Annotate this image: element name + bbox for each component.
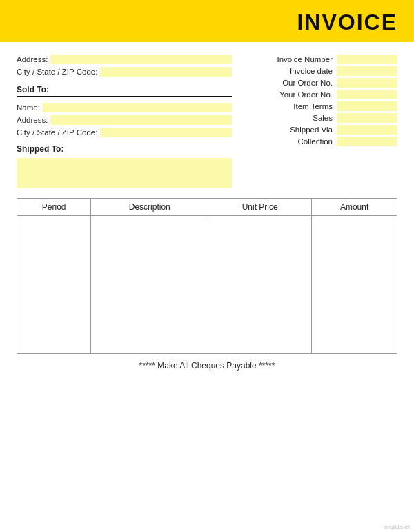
label-item-terms: Item Terms [293, 102, 333, 110]
city-input[interactable] [100, 67, 232, 77]
right-row-invoice-date: Invoice date [246, 66, 397, 76]
city-label: City / State / ZIP Code: [17, 68, 97, 76]
label-your-order: Your Order No. [279, 90, 333, 99]
shipped-to-label: Shipped To: [17, 144, 232, 154]
right-row-sales: Sales [246, 113, 397, 123]
input-collection[interactable] [337, 137, 397, 146]
col-header-amount: Amount [312, 199, 397, 216]
right-row-collection: Collection [246, 137, 397, 146]
label-collection: Collection [298, 137, 333, 146]
shipped-to-input[interactable] [17, 158, 232, 188]
invoice-title: INVOICE [297, 10, 397, 35]
input-invoice-date[interactable] [337, 66, 397, 76]
col-header-unit-price: Unit Price [208, 199, 312, 216]
label-invoice-number: Invoice Number [277, 55, 333, 63]
sold-city-row: City / State / ZIP Code: [17, 128, 232, 137]
right-row-our-order: Our Order No. [246, 78, 397, 88]
input-our-order[interactable] [337, 78, 397, 88]
sold-name-input[interactable] [43, 103, 232, 112]
right-fields: Invoice NumberInvoice dateOur Order No.Y… [246, 55, 397, 146]
sold-name-label: Name: [17, 104, 40, 112]
table-row [17, 216, 397, 354]
sold-address-row: Address: [17, 115, 232, 125]
label-shipped-via: Shipped Via [290, 126, 333, 134]
label-invoice-date: Invoice date [290, 67, 333, 75]
col-header-description: Description [91, 199, 208, 216]
shipped-to-section: Shipped To: [17, 144, 232, 188]
invoice-footer: ***** Make All Cheques Payable ***** [17, 361, 397, 371]
sold-city-input[interactable] [100, 128, 232, 137]
sold-to-label: Sold To: [17, 85, 232, 97]
input-invoice-number[interactable] [337, 55, 397, 64]
col-header-period: Period [17, 199, 91, 216]
sold-address-label: Address: [17, 116, 48, 124]
label-sales: Sales [313, 114, 333, 122]
left-column: Address: City / State / ZIP Code: Sold T… [17, 55, 232, 188]
sold-name-row: Name: [17, 103, 232, 112]
sold-address-input[interactable] [50, 115, 232, 125]
label-our-order: Our Order No. [282, 79, 333, 87]
invoice-table: PeriodDescriptionUnit PriceAmount [17, 198, 397, 354]
right-row-invoice-number: Invoice Number [246, 55, 397, 64]
amount-cell[interactable] [312, 216, 397, 354]
right-column: Invoice NumberInvoice dateOur Order No.Y… [246, 55, 397, 188]
unit-price-cell[interactable] [208, 216, 312, 354]
input-sales[interactable] [337, 113, 397, 123]
right-row-item-terms: Item Terms [246, 101, 397, 111]
input-your-order[interactable] [337, 90, 397, 99]
sold-city-label: City / State / ZIP Code: [17, 128, 97, 137]
sold-to-section: Sold To: Name: Address: City / State / Z… [17, 85, 232, 137]
right-row-shipped-via: Shipped Via [246, 125, 397, 135]
description-cell[interactable] [91, 216, 208, 354]
address-input[interactable] [50, 55, 232, 64]
input-shipped-via[interactable] [337, 125, 397, 135]
invoice-page: INVOICE Address: City / State / ZIP Code… [0, 0, 414, 532]
address-label: Address: [17, 55, 48, 63]
address-row: Address: [17, 55, 232, 64]
invoice-content: Address: City / State / ZIP Code: Sold T… [0, 42, 414, 377]
period-cell[interactable] [17, 216, 91, 354]
city-row: City / State / ZIP Code: [17, 67, 232, 77]
right-row-your-order: Your Order No. [246, 90, 397, 99]
footer-text: ***** Make All Cheques Payable ***** [139, 361, 275, 371]
table-header-row: PeriodDescriptionUnit PriceAmount [17, 199, 397, 216]
invoice-header: INVOICE [0, 0, 414, 42]
watermark: template.net [383, 524, 410, 529]
input-item-terms[interactable] [337, 101, 397, 111]
top-section: Address: City / State / ZIP Code: Sold T… [17, 55, 397, 188]
